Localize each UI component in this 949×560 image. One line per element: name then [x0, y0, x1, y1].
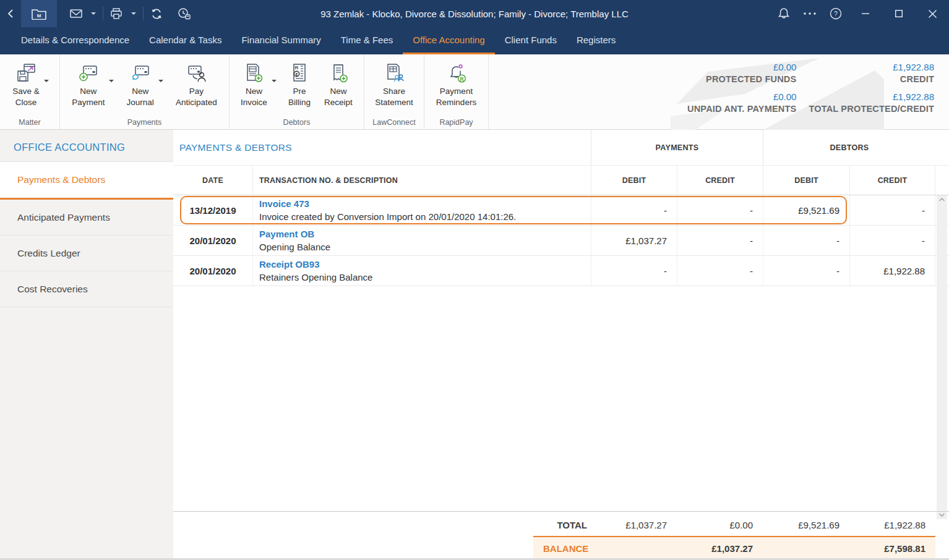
app-window: M [0, 0, 949, 560]
notifications-button[interactable] [771, 0, 797, 27]
new-payment-dropdown-caret[interactable] [109, 80, 114, 85]
toolbar-divider [143, 7, 144, 20]
column-header-description[interactable]: TRANSACTION NO. & DESCRIPTION [252, 166, 591, 195]
tab-office-accounting[interactable]: Office Accounting [403, 27, 494, 54]
transaction-link[interactable]: Invoice 473 [259, 197, 309, 210]
new-receipt-label: New Receipt [324, 86, 353, 108]
sidebar-item-payments-debtors[interactable]: Payments & Debtors [0, 162, 173, 200]
grid-title-row: PAYMENTS & DEBTORS PAYMENTS DEBTORS [173, 130, 949, 165]
more-options-button[interactable] [797, 0, 823, 27]
new-journal-label: New Journal [127, 86, 154, 108]
cell-payments-credit: - [677, 226, 763, 255]
total-payments-credit: £0.00 [677, 520, 763, 530]
transaction-link[interactable]: Payment OB [259, 227, 314, 240]
credit-summary: £1,922.88 CREDIT [809, 62, 934, 84]
tab-client-funds[interactable]: Client Funds [495, 27, 567, 54]
cell-date: 20/01/2020 [173, 226, 252, 255]
new-payment-label: New Payment [72, 86, 105, 108]
cell-date: 20/01/2020 [173, 256, 252, 286]
new-receipt-button[interactable]: New Receipt [322, 61, 355, 108]
cell-payments-debit: - [591, 256, 677, 286]
new-invoice-icon [243, 61, 264, 85]
save-close-button[interactable]: Save & Close [10, 61, 49, 108]
refresh-icon [150, 8, 163, 20]
transaction-description: Invoice created by Conversion Import on … [259, 210, 591, 223]
table-row-payment-ob[interactable]: 20/01/2020 Payment OB Opening Balance £1… [173, 226, 949, 256]
time-record-button[interactable] [173, 0, 195, 27]
titlebar-tools [66, 0, 195, 27]
new-journal-button[interactable]: New Journal [124, 61, 164, 108]
cell-debtors-debit: - [763, 226, 849, 255]
payment-reminders-button[interactable]: R Payment Reminders [434, 61, 479, 108]
matter-folder-button[interactable]: M [21, 0, 57, 27]
share-statement-button[interactable]: Share Statement [372, 61, 416, 108]
pre-billing-button[interactable]: R € Pre Billing [286, 61, 313, 108]
balance-label: BALANCE [533, 543, 591, 554]
cell-payments-credit: - [677, 195, 763, 225]
new-invoice-button[interactable]: New Invoice [238, 61, 277, 108]
ellipsis-icon [804, 12, 816, 15]
column-header-debtors-credit[interactable]: CREDIT [849, 166, 935, 195]
tab-financial-summary[interactable]: Financial Summary [231, 27, 330, 54]
balance-debtors-value: £7,598.81 [849, 543, 935, 554]
grid-header-row: DATE TRANSACTION NO. & DESCRIPTION DEBIT… [173, 165, 949, 195]
transaction-link[interactable]: Receipt OB93 [259, 258, 320, 271]
ribbon-group-rapidpay: R Payment Reminders RapidPay [424, 54, 489, 129]
protected-funds-summary: £0.00 PROTECTED FUNDS [687, 62, 796, 84]
column-header-payments-debit[interactable]: DEBIT [591, 166, 677, 195]
help-button[interactable]: ? [823, 0, 849, 27]
transaction-description: Opening Balance [259, 240, 591, 253]
protected-funds-value: £0.00 [687, 62, 796, 72]
print-button[interactable] [106, 0, 127, 27]
mail-dropdown[interactable] [87, 0, 100, 27]
back-button[interactable] [0, 0, 21, 27]
new-invoice-dropdown-caret[interactable] [272, 80, 277, 85]
save-close-dropdown-caret[interactable] [44, 80, 49, 85]
refresh-button[interactable] [146, 0, 167, 27]
unpaid-ant-payments-summary: £0.00 UNPAID ANT. PAYMENTS [687, 91, 796, 114]
table-row-receipt-ob93[interactable]: 20/01/2020 Receipt OB93 Retainers Openin… [173, 256, 949, 286]
column-group-payments: PAYMENTS [591, 130, 763, 165]
mail-button[interactable] [66, 0, 87, 27]
new-journal-dropdown-caret[interactable] [158, 80, 163, 85]
toolbar-divider [103, 7, 103, 20]
scrollbar-down-icon[interactable] [939, 513, 945, 517]
sidebar-item-cost-recoveries[interactable]: Cost Recoveries [0, 271, 173, 307]
back-icon [6, 9, 15, 19]
cell-payments-credit: - [677, 256, 763, 286]
cell-debtors-credit: - [849, 195, 935, 225]
balance-row: BALANCE £1,037.27 £7,598.81 [533, 537, 935, 560]
ledger-panel: PAYMENTS & DEBTORS PAYMENTS DEBTORS DATE… [173, 130, 949, 560]
pre-billing-icon: R € [289, 61, 310, 85]
sidebar-item-anticipated-payments[interactable]: Anticipated Payments [0, 200, 173, 235]
tab-details-correspondence[interactable]: Details & Correspondence [11, 27, 139, 54]
matter-folder-icon: M [31, 7, 47, 20]
column-header-payments-credit[interactable]: CREDIT [677, 166, 763, 195]
totals-panel: TOTAL £1,037.27 £0.00 £9,521.69 £1,922.8… [533, 514, 935, 560]
tab-registers[interactable]: Registers [567, 27, 625, 54]
table-row-invoice-473[interactable]: 13/12/2019 Invoice 473 Invoice created b… [173, 195, 949, 226]
svg-text:M: M [37, 13, 41, 19]
ribbon-group-label-matter: Matter [0, 118, 59, 127]
tab-calendar-tasks[interactable]: Calendar & Tasks [139, 27, 231, 54]
pay-anticipated-button[interactable]: Pay Anticipated [173, 61, 220, 108]
time-record-icon [178, 7, 191, 20]
total-debtors-credit: £1,922.88 [849, 520, 935, 530]
content-area: OFFICE ACCOUNTING Payments & Debtors Ant… [0, 130, 949, 560]
minimize-button[interactable] [849, 0, 882, 27]
maximize-button[interactable] [882, 0, 916, 27]
column-header-date[interactable]: DATE [173, 166, 252, 195]
close-button[interactable] [916, 0, 949, 27]
svg-text:?: ? [834, 10, 838, 17]
sidebar-item-credits-ledger[interactable]: Credits Ledger [0, 235, 173, 271]
chevron-down-icon [91, 12, 96, 17]
chevron-down-icon [131, 12, 136, 17]
column-header-debtors-debit[interactable]: DEBIT [763, 166, 849, 195]
tab-time-fees[interactable]: Time & Fees [331, 27, 403, 54]
cell-debtors-debit: £9,521.69 [763, 195, 849, 225]
vertical-scrollbar[interactable] [937, 195, 947, 519]
new-payment-button[interactable]: New Payment [69, 61, 114, 108]
print-dropdown[interactable] [127, 0, 140, 27]
scrollbar-up-icon[interactable] [939, 198, 945, 202]
payment-reminders-icon: R [446, 61, 467, 85]
